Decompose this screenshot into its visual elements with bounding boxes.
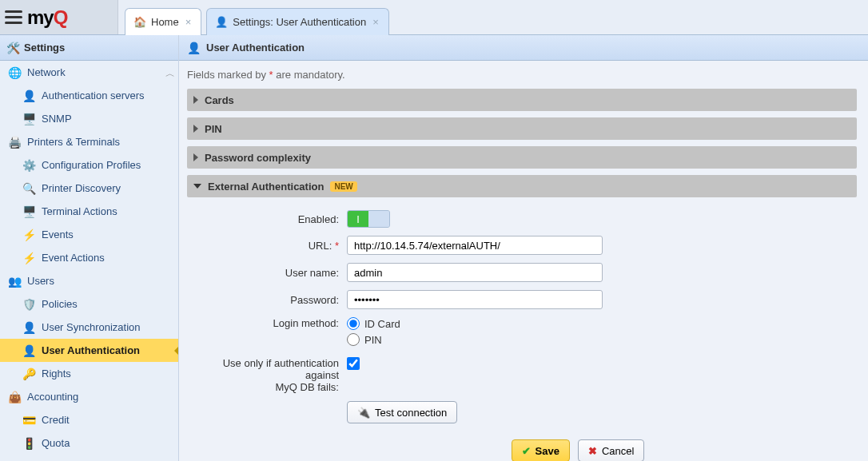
app-logo: myQ [27,6,67,29]
sidebar-item-users[interactable]: 👥Users [0,269,178,292]
monitor-icon: 🖥️ [22,113,35,125]
switch-on-icon: | [348,211,368,227]
sidebar-item-printerdisc[interactable]: 🔍Printer Discovery [0,177,178,200]
sidebar-item-configprofiles[interactable]: ⚙️Configuration Profiles [0,153,178,177]
new-badge: NEW [330,181,356,192]
radio-idcard-label: ID Card [364,318,400,330]
sidebar-item-label: Configuration Profiles [42,159,141,171]
username-label: User name: [187,267,347,279]
sidebar-item-network[interactable]: 🌐Network [0,61,178,84]
content-title: User Authentication [206,42,305,54]
radio-pin-line: PIN [347,333,603,346]
fallback-label-b: MyQ DB fails: [276,381,339,393]
plug-icon: 🔌 [357,407,370,419]
radio-idcard[interactable] [347,317,360,330]
content-title-bar: 👤 User Authentication [179,35,868,61]
acc-head-pin[interactable]: PIN [187,117,857,140]
mandatory-hint: Fields marked by * are mandatory. [187,69,857,81]
acc-head-pwd[interactable]: Password complexity [187,146,857,169]
accordion: Cards PIN Password complexity External A… [187,89,857,461]
save-btn-label: Save [536,445,559,457]
acc-title: PIN [205,123,222,135]
sidebar-item-printers[interactable]: 🖨️Printers & Terminals [0,130,178,153]
test-connection-button[interactable]: 🔌 Test connection [347,401,457,423]
acc-head-cards[interactable]: Cards [187,89,857,111]
logo-text-a: my [27,6,54,28]
x-icon: ✖ [588,445,597,457]
sidebar-title-text: Settings [24,42,65,54]
sidebar-item-events[interactable]: ⚡Events [0,223,178,246]
top-bar: myQ 🏠 Home × 👤 Settings: User Authentica… [0,0,868,35]
sidebar-item-label: Accounting [27,391,78,403]
tab-home[interactable]: 🏠 Home × [125,8,201,35]
acc-title: Cards [205,94,234,106]
tab-home-label: Home [151,16,179,28]
bolt-icon: ⚡ [22,229,35,241]
enabled-switch[interactable]: | [347,210,390,228]
sidebar-item-eventactions[interactable]: ⚡Event Actions [0,246,178,269]
shield-icon: 🛡️ [22,298,35,311]
sidebar-item-userauth[interactable]: 👤User Authentication [0,339,178,362]
save-button[interactable]: ✔ Save [512,439,570,461]
hint-text-b: are mandatory. [273,69,345,81]
sidebar-item-label: Terminal Actions [42,205,117,217]
fallback-label: Use only if authentication against MyQ D… [187,357,347,393]
user-icon: 👤 [22,344,35,357]
menu-icon[interactable] [5,9,22,26]
acc-pin: PIN [187,117,857,140]
sidebar-item-quota[interactable]: 🚦Quota [0,431,178,455]
sidebar-item-usersync[interactable]: 👤User Synchronization [0,316,178,339]
sidebar-item-snmp[interactable]: 🖥️SNMP [0,107,178,130]
bolt-icon: ⚡ [22,252,35,264]
sidebar-item-policies[interactable]: 🛡️Policies [0,292,178,316]
url-label: URL: * [187,240,347,252]
row-url: URL: * [187,236,857,255]
printer-icon: 🖨️ [8,136,21,149]
sidebar-item-rights[interactable]: 🔑Rights [0,362,178,385]
sidebar-item-label: Rights [42,368,71,380]
acc-title: Password complexity [205,152,311,164]
url-input[interactable] [347,236,603,255]
row-test: 🔌 Test connection [187,401,857,423]
scroll-up-icon[interactable]: ︿ [165,67,175,81]
acc-head-ext[interactable]: External Authentication NEW [187,175,857,197]
radio-idcard-line: ID Card [347,317,603,330]
hint-text-a: Fields marked by [187,69,269,81]
button-row: ✔ Save ✖ Cancel [187,439,857,461]
sidebar-item-terminalact[interactable]: 🖥️Terminal Actions [0,200,178,223]
tab-settings-userauth[interactable]: 👤 Settings: User Authentication × [206,8,389,35]
home-icon: 🏠 [133,16,146,29]
username-input[interactable] [347,263,603,282]
close-icon[interactable]: × [184,16,193,28]
acc-body-ext: Enabled: | URL: * [187,197,857,461]
sidebar-item-label: Printers & Terminals [27,136,120,148]
fallback-checkbox[interactable] [347,357,360,370]
sidebar-item-label: SNMP [42,113,72,125]
acc-title: External Authentication [208,181,324,193]
close-icon[interactable]: × [371,16,380,28]
bag-icon: 👜 [8,391,21,403]
content-body: Fields marked by * are mandatory. Cards … [179,61,868,461]
user-icon: 👤 [22,321,35,334]
enabled-label: Enabled: [187,213,347,225]
test-btn-label: Test connection [375,407,447,419]
chevron-down-icon [193,184,201,189]
logo-wrap: myQ [0,0,118,34]
sidebar-item-label: Authentication servers [42,89,145,101]
sidebar-item-credit[interactable]: 💳Credit [0,408,178,431]
cancel-button[interactable]: ✖ Cancel [578,439,644,461]
tab-strip: 🏠 Home × 👤 Settings: User Authentication… [118,0,389,34]
sidebar-item-label: Policies [42,298,78,310]
sidebar-item-accounting[interactable]: 👜Accounting [0,385,178,408]
url-label-text: URL: [309,240,335,252]
row-username: User name: [187,263,857,282]
users-icon: 👥 [8,275,21,288]
acc-cards: Cards [187,89,857,111]
password-input[interactable] [347,290,603,309]
sidebar-item-label: Events [42,229,74,240]
radio-pin[interactable] [347,333,360,346]
sidebar-item-authservers[interactable]: 👤Authentication servers [0,84,178,107]
switch-off-area [368,211,389,227]
main-split: 🛠️ Settings ︿ 🌐Network 👤Authentication s… [0,35,868,461]
wrench-icon: 🛠️ [6,42,19,54]
